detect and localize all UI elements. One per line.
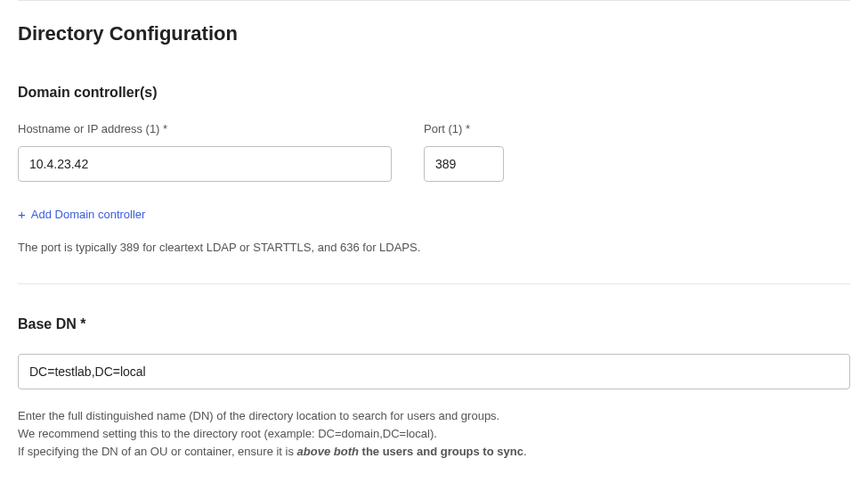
hostname-input[interactable] bbox=[18, 146, 392, 182]
base-dn-help-line2: We recommend setting this to the directo… bbox=[18, 427, 437, 440]
port-label: Port (1) * bbox=[424, 122, 504, 135]
hostname-label: Hostname or IP address (1) * bbox=[18, 122, 392, 135]
base-dn-help-line3-bold: the users and groups to sync bbox=[359, 445, 523, 458]
base-dn-help-text: Enter the full distinguished name (DN) o… bbox=[18, 407, 850, 461]
base-dn-help-line3-em: above both bbox=[297, 445, 359, 458]
port-field-group: Port (1) * bbox=[424, 122, 504, 182]
domain-controllers-header: Domain controller(s) bbox=[18, 85, 850, 101]
base-dn-help-line1: Enter the full distinguished name (DN) o… bbox=[18, 409, 499, 422]
port-help-text: The port is typically 389 for cleartext … bbox=[18, 239, 850, 257]
plus-icon: + bbox=[18, 208, 26, 221]
base-dn-header: Base DN * bbox=[18, 316, 850, 332]
port-input[interactable] bbox=[424, 146, 504, 182]
add-domain-controller-label: Add Domain controller bbox=[31, 208, 146, 221]
top-divider bbox=[18, 0, 850, 1]
section-divider bbox=[18, 283, 850, 284]
add-domain-controller-link[interactable]: + Add Domain controller bbox=[18, 208, 145, 221]
base-dn-input[interactable] bbox=[18, 354, 850, 389]
domain-controller-row: Hostname or IP address (1) * Port (1) * bbox=[18, 122, 850, 182]
page-title: Directory Configuration bbox=[18, 22, 850, 45]
base-dn-help-line3-pre: If specifying the DN of an OU or contain… bbox=[18, 445, 297, 458]
base-dn-help-line3-end: . bbox=[523, 445, 527, 458]
hostname-field-group: Hostname or IP address (1) * bbox=[18, 122, 392, 182]
base-dn-field-group bbox=[18, 354, 850, 389]
